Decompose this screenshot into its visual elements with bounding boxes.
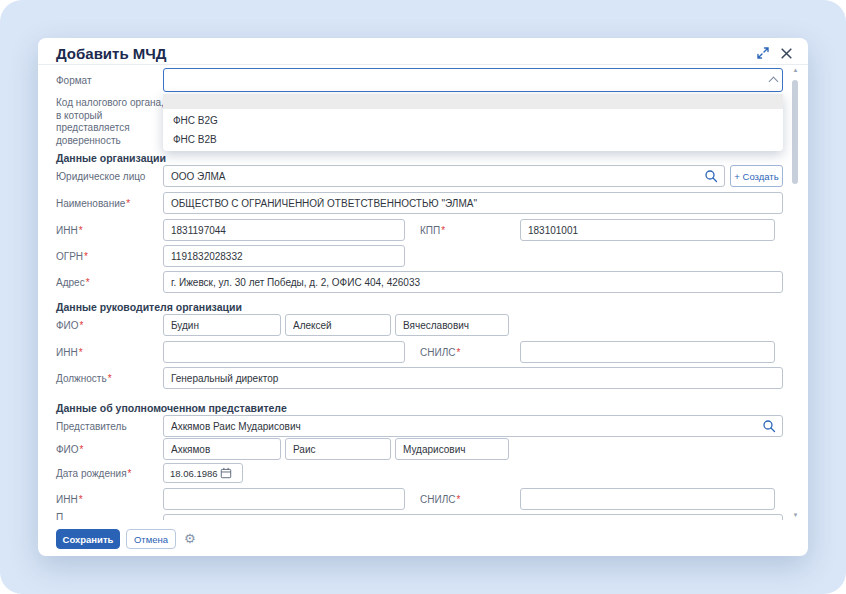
inn-input[interactable] bbox=[163, 219, 405, 241]
dropdown-option-empty[interactable] bbox=[163, 94, 783, 109]
dropdown-option-fns-b2b[interactable]: ФНС B2B bbox=[163, 131, 783, 149]
tax-authority-label: Код налогового органа, в который предста… bbox=[56, 97, 164, 147]
rep-snils-label: СНИЛС* bbox=[420, 494, 460, 507]
ogrn-input[interactable] bbox=[163, 245, 405, 267]
search-icon[interactable] bbox=[762, 419, 776, 437]
modal-title: Добавить МЧД bbox=[56, 45, 167, 62]
head-inn-label: ИНН* bbox=[56, 347, 83, 360]
legal-entity-label: Юридическое лицо bbox=[56, 171, 145, 184]
page-background: Добавить МЧД Формат Код налогового орган… bbox=[0, 0, 846, 594]
inn-label: ИНН* bbox=[56, 225, 83, 238]
clipped-label: П bbox=[56, 512, 63, 520]
representative-input[interactable] bbox=[163, 415, 783, 437]
position-label: Должность* bbox=[56, 373, 112, 386]
kpp-input[interactable] bbox=[520, 219, 775, 241]
representative-label: Представитель bbox=[56, 421, 127, 434]
head-lastname-input[interactable] bbox=[163, 314, 281, 336]
clipped-row: П bbox=[38, 510, 790, 520]
settings-gear-icon[interactable]: ⚙ bbox=[184, 529, 196, 549]
address-input[interactable] bbox=[163, 271, 783, 293]
search-icon[interactable] bbox=[704, 169, 718, 187]
calendar-icon[interactable] bbox=[220, 467, 232, 479]
rep-snils-input[interactable] bbox=[520, 488, 775, 510]
rep-middlename-input[interactable] bbox=[395, 438, 509, 460]
save-button[interactable]: Сохранить bbox=[56, 529, 120, 549]
section-title-representative: Данные об уполномоченном представителе bbox=[56, 402, 287, 414]
rep-inn-input[interactable] bbox=[163, 488, 405, 510]
clipped-input[interactable] bbox=[163, 514, 783, 520]
name-label: Наименование* bbox=[56, 198, 130, 211]
rep-firstname-input[interactable] bbox=[285, 438, 391, 460]
create-button[interactable]: + Создать bbox=[730, 165, 783, 187]
birthdate-field bbox=[163, 463, 243, 483]
rep-inn-label: ИНН* bbox=[56, 494, 83, 507]
scroll-up-arrow[interactable]: ▲ bbox=[791, 66, 800, 75]
birthdate-input[interactable] bbox=[164, 468, 220, 479]
scrollbar[interactable]: ▲ ▼ bbox=[790, 66, 801, 520]
rep-fio-label: ФИО* bbox=[56, 444, 83, 457]
head-firstname-input[interactable] bbox=[285, 314, 391, 336]
header-divider bbox=[38, 64, 808, 65]
expand-icon[interactable] bbox=[756, 46, 770, 60]
name-input[interactable] bbox=[163, 192, 783, 214]
legal-entity-input[interactable] bbox=[163, 165, 725, 187]
format-label: Формат bbox=[56, 75, 92, 88]
head-fio-label: ФИО* bbox=[56, 320, 83, 333]
head-snils-input[interactable] bbox=[520, 341, 775, 363]
position-input[interactable] bbox=[163, 367, 783, 389]
section-title-organization: Данные организации bbox=[56, 152, 166, 164]
address-label: Адрес* bbox=[56, 277, 90, 290]
section-title-head: Данные руководителя организации bbox=[56, 301, 242, 313]
head-inn-input[interactable] bbox=[163, 341, 405, 363]
rep-lastname-input[interactable] bbox=[163, 438, 281, 460]
head-middlename-input[interactable] bbox=[395, 314, 509, 336]
cancel-button[interactable]: Отмена bbox=[126, 529, 176, 549]
birthdate-label: Дата рождения* bbox=[56, 468, 131, 481]
close-icon[interactable] bbox=[780, 46, 794, 60]
scroll-down-arrow[interactable]: ▼ bbox=[791, 511, 800, 520]
add-mchd-modal: Добавить МЧД Формат Код налогового орган… bbox=[38, 38, 808, 556]
format-select[interactable] bbox=[163, 68, 783, 92]
kpp-label: КПП* bbox=[420, 225, 445, 238]
dropdown-option-fns-b2g[interactable]: ФНС B2G bbox=[163, 112, 783, 130]
ogrn-label: ОГРН* bbox=[56, 251, 88, 264]
head-snils-label: СНИЛС* bbox=[420, 347, 460, 360]
format-dropdown: ФНС B2G ФНС B2B bbox=[163, 94, 783, 151]
scroll-thumb[interactable] bbox=[792, 80, 798, 184]
